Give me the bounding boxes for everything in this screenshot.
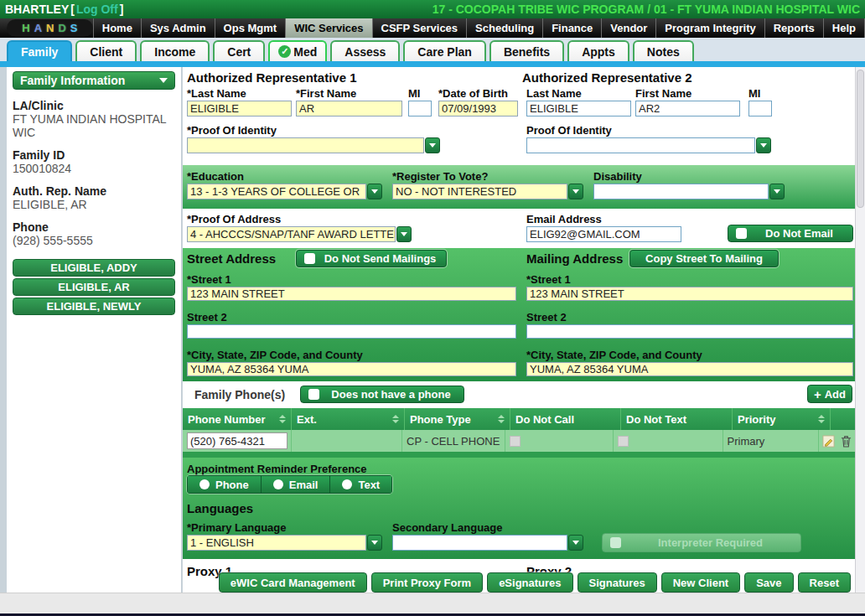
- do-not-call-checkbox[interactable]: [510, 436, 521, 447]
- sort-icon[interactable]: [815, 415, 825, 423]
- column-header-phone-type[interactable]: Phone Type: [405, 408, 510, 430]
- dropdown-arrow-icon[interactable]: [568, 535, 583, 551]
- mailing-city-state-zip-input[interactable]: [526, 362, 853, 376]
- tab-client[interactable]: Client: [75, 40, 137, 61]
- ar1-proof-identity-select[interactable]: [187, 137, 440, 153]
- save-button[interactable]: Save: [744, 572, 793, 593]
- hands-wic-application: BHARTLEY [Log Off] 17 - COCOPAH TRIBE WI…: [0, 0, 865, 616]
- radio-icon: [199, 479, 210, 489]
- column-header-phone-number[interactable]: Phone Number: [183, 408, 292, 430]
- menu-item-wic-services[interactable]: WIC Services: [285, 18, 371, 38]
- do-not-send-mailings-checkbox[interactable]: [304, 253, 315, 264]
- menu-item-help[interactable]: Help: [823, 18, 865, 38]
- proof-address-select[interactable]: 4 - AHCCCS/SNAP/TANF AWARD LETTER: [187, 226, 412, 242]
- new-client-button[interactable]: New Client: [661, 572, 740, 593]
- menu-item-vendor[interactable]: Vendor: [601, 18, 655, 38]
- dropdown-arrow-icon[interactable]: [756, 137, 771, 153]
- menu-item-reports[interactable]: Reports: [764, 18, 823, 38]
- ar1-last-name-input[interactable]: [187, 101, 292, 116]
- column-header-priority[interactable]: Priority: [733, 408, 831, 430]
- dropdown-arrow-icon[interactable]: [396, 226, 412, 242]
- med-complete-check-icon: ✓: [278, 45, 291, 58]
- column-header-do-not-text[interactable]: Do Not Text: [621, 408, 733, 430]
- menu-item-ops-mgmt[interactable]: Ops Mgmt: [215, 18, 286, 38]
- sort-icon[interactable]: [389, 415, 399, 423]
- ar2-last-name-input[interactable]: [526, 101, 631, 116]
- dropdown-arrow-icon[interactable]: [367, 184, 382, 199]
- family-information-header[interactable]: Family Information: [13, 71, 175, 90]
- dropdown-arrow-icon[interactable]: [425, 137, 440, 153]
- mailing-street2-input[interactable]: [526, 324, 853, 339]
- ar2-first-name-input[interactable]: [635, 101, 740, 116]
- ar1-first-name-label: *First Name: [296, 87, 356, 100]
- menu-item-program-integrity[interactable]: Program Integrity: [655, 18, 764, 38]
- education-select[interactable]: 13 - 1-3 YEARS OF COLLEGE OR: [187, 184, 382, 199]
- tab-notes[interactable]: Notes: [633, 40, 694, 61]
- dropdown-arrow-icon[interactable]: [769, 184, 785, 199]
- tab-income[interactable]: Income: [140, 40, 210, 61]
- no-phone-button[interactable]: Does not have a phone: [300, 386, 464, 403]
- reminder-option-email[interactable]: Email: [261, 475, 330, 494]
- menu-item-csfp-services[interactable]: CSFP Services: [372, 18, 467, 38]
- delete-phone-button[interactable]: [838, 433, 853, 448]
- primary-language-select[interactable]: 1 - ENGLISH: [187, 535, 382, 551]
- tab-appts[interactable]: Appts: [567, 40, 629, 61]
- ar1-first-name-input[interactable]: [296, 101, 402, 116]
- ar2-proof-identity-select[interactable]: [526, 137, 771, 153]
- add-phone-button[interactable]: + Add: [807, 385, 852, 403]
- log-off-link[interactable]: Log Off: [76, 3, 118, 16]
- ar1-mi-input[interactable]: [408, 101, 432, 116]
- register-vote-select[interactable]: NO - NOT INTERESTED: [392, 184, 583, 199]
- menu-item-home[interactable]: Home: [93, 18, 141, 38]
- ewic-card-management-button[interactable]: eWIC Card Management: [219, 572, 367, 593]
- disability-select[interactable]: [593, 184, 785, 199]
- tab-med[interactable]: ✓Med: [268, 40, 327, 61]
- street2-label: Street 2: [187, 311, 227, 324]
- do-not-send-mailings-button[interactable]: Do Not Send Mailings: [296, 250, 447, 267]
- mailing-street1-input[interactable]: [526, 287, 853, 301]
- scrollbar-thumb[interactable]: [857, 70, 864, 208]
- street2-input[interactable]: [187, 324, 516, 339]
- tab-care-plan[interactable]: Care Plan: [403, 40, 486, 61]
- dropdown-arrow-icon[interactable]: [568, 184, 583, 199]
- menu-item-sys-admin[interactable]: Sys Admin: [141, 18, 215, 38]
- family-member-button[interactable]: ELIGIBLE, NEWLY: [13, 298, 175, 315]
- ar2-proof-identity-label: Proof Of Identity: [526, 124, 612, 137]
- signatures-button[interactable]: Signatures: [578, 572, 657, 593]
- column-header-do-not-call[interactable]: Do Not Call: [510, 408, 621, 430]
- vertical-scrollbar[interactable]: [855, 67, 865, 593]
- email-input[interactable]: [526, 226, 681, 242]
- phone-number-row-input[interactable]: [187, 432, 287, 449]
- ar1-dob-input[interactable]: [438, 101, 518, 116]
- family-member-button[interactable]: ELIGIBLE, AR: [13, 278, 175, 296]
- print-proxy-form-button[interactable]: Print Proxy Form: [371, 572, 483, 593]
- priority-cell: Primary: [723, 430, 819, 452]
- tab-family[interactable]: Family: [7, 40, 72, 61]
- street1-input[interactable]: [187, 287, 516, 301]
- ar2-first-name-label: First Name: [635, 87, 691, 100]
- ar2-mi-input[interactable]: [748, 101, 772, 116]
- tab-benefits[interactable]: Benefits: [489, 40, 564, 61]
- secondary-language-select[interactable]: [392, 535, 583, 551]
- column-header-ext[interactable]: Ext.: [292, 408, 405, 430]
- do-not-email-button[interactable]: Do Not Email: [728, 225, 853, 242]
- sort-icon[interactable]: [276, 415, 286, 423]
- menu-item-finance[interactable]: Finance: [542, 18, 601, 38]
- do-not-text-checkbox[interactable]: [618, 436, 629, 447]
- dropdown-arrow-icon[interactable]: [367, 535, 382, 551]
- menu-item-scheduling[interactable]: Scheduling: [466, 18, 542, 38]
- tab-assess[interactable]: Assess: [330, 40, 400, 61]
- sort-icon[interactable]: [495, 415, 505, 423]
- city-state-zip-input[interactable]: [187, 362, 516, 376]
- edit-phone-button[interactable]: [821, 433, 836, 448]
- family-member-button[interactable]: ELIGIBLE, ADDY: [13, 259, 175, 277]
- no-phone-checkbox[interactable]: [308, 389, 319, 400]
- record-tabs: Family Client Income Cert ✓Med Assess Ca…: [0, 38, 865, 61]
- do-not-email-checkbox[interactable]: [736, 228, 747, 239]
- esignatures-button[interactable]: eSignatures: [487, 572, 572, 593]
- reminder-option-phone[interactable]: Phone: [187, 475, 261, 494]
- reset-button[interactable]: Reset: [798, 572, 851, 593]
- tab-cert[interactable]: Cert: [213, 40, 265, 61]
- reminder-option-text[interactable]: Text: [329, 475, 392, 494]
- copy-street-to-mailing-button[interactable]: Copy Street To Mailing: [629, 250, 779, 267]
